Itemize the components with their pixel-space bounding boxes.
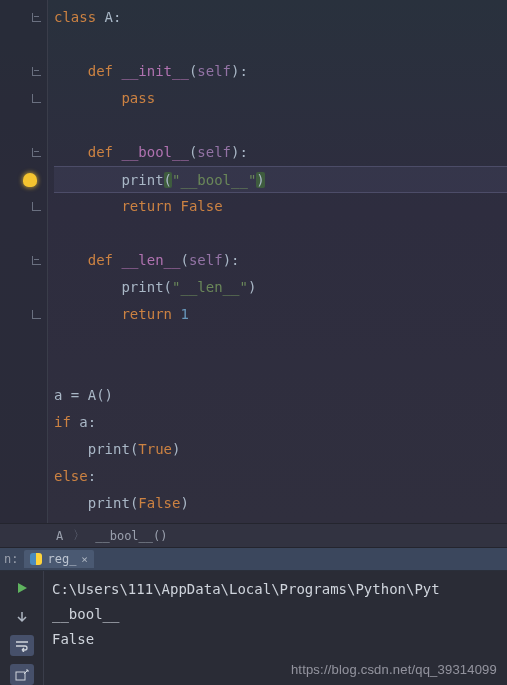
- breadcrumb-separator: 〉: [73, 527, 85, 544]
- code-line[interactable]: def __len__(self):: [54, 247, 507, 274]
- run-tab-name: reg_: [47, 552, 76, 566]
- run-tabbar: n: reg_ ×: [0, 548, 507, 571]
- run-tab[interactable]: reg_ ×: [24, 550, 94, 568]
- gutter-row: [0, 112, 47, 139]
- fold-icon[interactable]: [32, 256, 41, 265]
- code-line[interactable]: print(False): [54, 490, 507, 517]
- code-line[interactable]: [54, 328, 507, 355]
- close-icon[interactable]: ×: [81, 553, 88, 566]
- gutter-row: [0, 436, 47, 463]
- play-icon: [16, 582, 28, 594]
- soft-wrap-button[interactable]: [10, 635, 34, 656]
- fold-icon[interactable]: [32, 13, 41, 22]
- gutter-row: [0, 193, 47, 220]
- arrow-down-icon: [16, 611, 28, 623]
- breadcrumb-class[interactable]: A: [56, 529, 63, 543]
- gutter-row: [0, 274, 47, 301]
- code-line[interactable]: pass: [54, 85, 507, 112]
- gutter-row: [0, 490, 47, 517]
- gutter-row: [0, 58, 47, 85]
- breadcrumb[interactable]: A 〉 __bool__(): [0, 523, 507, 548]
- code-line[interactable]: if a:: [54, 409, 507, 436]
- fold-end-icon[interactable]: [32, 310, 41, 319]
- editor-gutter: [0, 0, 48, 523]
- rerun-button[interactable]: [10, 577, 34, 598]
- gutter-row: [0, 382, 47, 409]
- export-button[interactable]: [10, 664, 34, 685]
- python-icon: [30, 553, 42, 565]
- gutter-row: [0, 328, 47, 355]
- svg-marker-0: [18, 583, 27, 593]
- gutter-row: [0, 355, 47, 382]
- fold-icon[interactable]: [32, 67, 41, 76]
- code-line[interactable]: print("__len__"): [54, 274, 507, 301]
- code-line[interactable]: else:: [54, 463, 507, 490]
- wrap-icon: [15, 640, 29, 652]
- console-line: __bool__: [52, 602, 499, 627]
- gutter-row: [0, 166, 47, 193]
- run-console[interactable]: C:\Users\111\AppData\Local\Programs\Pyth…: [44, 571, 507, 685]
- gutter-row: [0, 220, 47, 247]
- code-line[interactable]: def __init__(self):: [54, 58, 507, 85]
- code-line[interactable]: [54, 31, 507, 58]
- intention-bulb-icon[interactable]: [23, 173, 37, 187]
- code-line[interactable]: a = A(): [54, 382, 507, 409]
- gutter-row: [0, 301, 47, 328]
- breadcrumb-method[interactable]: __bool__(): [95, 529, 167, 543]
- gutter-row: [0, 4, 47, 31]
- code-line[interactable]: return False: [54, 193, 507, 220]
- gutter-row: [0, 31, 47, 58]
- code-line[interactable]: print(True): [54, 436, 507, 463]
- code-line[interactable]: [54, 355, 507, 382]
- fold-icon[interactable]: [32, 148, 41, 157]
- gutter-row: [0, 85, 47, 112]
- gutter-row: [0, 409, 47, 436]
- code-line[interactable]: [54, 112, 507, 139]
- code-line[interactable]: [54, 220, 507, 247]
- code-line[interactable]: def __bool__(self):: [54, 139, 507, 166]
- editor-area: class A: def __init__(self): pass def __…: [0, 0, 507, 523]
- scroll-down-button[interactable]: [10, 606, 34, 627]
- code-editor[interactable]: class A: def __init__(self): pass def __…: [48, 0, 507, 523]
- code-line[interactable]: class A:: [54, 4, 507, 31]
- gutter-row: [0, 463, 47, 490]
- code-line[interactable]: print("__bool__"): [54, 166, 507, 193]
- console-line: C:\Users\111\AppData\Local\Programs\Pyth…: [52, 577, 499, 602]
- gutter-row: [0, 139, 47, 166]
- run-label: n:: [4, 552, 18, 566]
- run-toolwindow: C:\Users\111\AppData\Local\Programs\Pyth…: [0, 571, 507, 685]
- run-tool-gutter: [0, 571, 44, 685]
- fold-end-icon[interactable]: [32, 202, 41, 211]
- svg-rect-1: [16, 672, 25, 680]
- export-icon: [15, 669, 29, 681]
- fold-end-icon[interactable]: [32, 94, 41, 103]
- code-line[interactable]: return 1: [54, 301, 507, 328]
- gutter-row: [0, 247, 47, 274]
- console-line: False: [52, 627, 499, 652]
